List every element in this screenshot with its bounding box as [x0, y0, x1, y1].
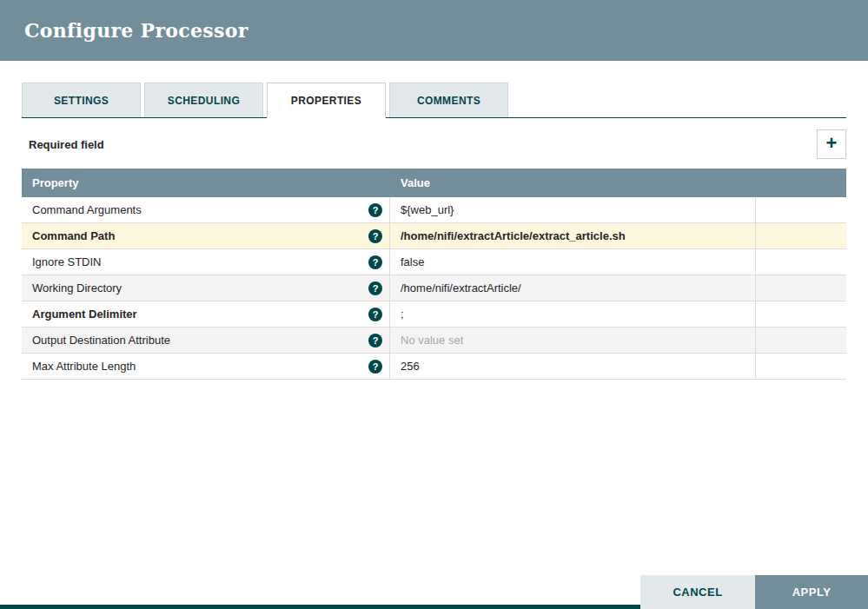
help-icon[interactable]: ?: [368, 281, 382, 295]
property-name: Output Destination Attribute: [32, 334, 170, 347]
property-cell: Working Directory ?: [22, 275, 390, 301]
column-header-value: Value: [390, 176, 756, 189]
value-cell[interactable]: ;: [390, 301, 756, 327]
value-cell[interactable]: ${web_url}: [390, 197, 756, 222]
table-row: Max Attribute Length ? 256: [22, 354, 846, 380]
properties-toolbar: Required field +: [22, 129, 846, 159]
property-name: Argument Delimiter: [32, 308, 137, 321]
actions-cell: [756, 301, 846, 327]
tab-settings[interactable]: SETTINGS: [22, 83, 141, 117]
footer-buttons: CANCEL APPLY: [640, 575, 868, 609]
value-cell[interactable]: false: [390, 249, 756, 275]
property-name: Command Arguments: [32, 203, 142, 216]
actions-cell: [756, 249, 846, 275]
property-cell: Max Attribute Length ?: [22, 354, 390, 379]
value-cell[interactable]: No value set: [390, 328, 756, 353]
cancel-button[interactable]: CANCEL: [640, 575, 755, 609]
property-cell: Command Path ?: [22, 223, 390, 248]
property-cell: Ignore STDIN ?: [22, 249, 390, 275]
plus-icon: +: [826, 134, 838, 153]
actions-cell: [756, 328, 846, 353]
help-icon[interactable]: ?: [368, 334, 382, 348]
tab-comments[interactable]: COMMENTS: [389, 83, 508, 117]
add-property-button[interactable]: +: [817, 129, 846, 159]
property-name: Ignore STDIN: [32, 255, 101, 268]
tab-properties[interactable]: PROPERTIES: [267, 83, 386, 118]
table-row: Command Arguments ? ${web_url}: [22, 197, 846, 223]
table-row: Argument Delimiter ? ;: [22, 301, 846, 328]
apply-button[interactable]: APPLY: [755, 575, 868, 609]
table-row: Output Destination Attribute ? No value …: [22, 328, 846, 354]
actions-cell: [756, 354, 846, 379]
dialog-header: Configure Processor: [0, 0, 868, 61]
help-icon[interactable]: ?: [368, 203, 382, 217]
column-header-property: Property: [22, 176, 390, 189]
tab-scheduling[interactable]: SCHEDULING: [144, 83, 263, 117]
value-cell[interactable]: /home/nifi/extractArticle/: [390, 275, 756, 301]
tab-bar: SETTINGS SCHEDULING PROPERTIES COMMENTS: [22, 83, 846, 118]
dialog-title: Configure Processor: [24, 19, 248, 42]
actions-cell: [756, 223, 846, 248]
dialog-content: SETTINGS SCHEDULING PROPERTIES COMMENTS …: [0, 83, 868, 380]
property-cell: Argument Delimiter ?: [22, 301, 390, 327]
value-cell[interactable]: 256: [390, 354, 756, 379]
actions-cell: [756, 275, 846, 301]
property-cell: Command Arguments ?: [22, 197, 390, 222]
property-name: Working Directory: [32, 281, 122, 295]
help-icon[interactable]: ?: [368, 308, 382, 321]
property-cell: Output Destination Attribute ?: [22, 328, 390, 353]
required-field-label: Required field: [22, 138, 104, 151]
table-body: Command Arguments ? ${web_url} Command P…: [22, 197, 846, 380]
property-name: Max Attribute Length: [32, 360, 136, 373]
help-icon[interactable]: ?: [368, 360, 382, 374]
value-cell[interactable]: /home/nifi/extractArticle/extract_articl…: [390, 223, 756, 248]
table-row: Working Directory ? /home/nifi/extractAr…: [22, 275, 846, 301]
table-row: Ignore STDIN ? false: [22, 249, 846, 275]
help-icon[interactable]: ?: [368, 255, 382, 269]
table-row: Command Path ? /home/nifi/extractArticle…: [22, 223, 846, 249]
property-name: Command Path: [32, 229, 115, 242]
help-icon[interactable]: ?: [368, 229, 382, 243]
actions-cell: [756, 197, 846, 222]
properties-table: Property Value Command Arguments ? ${web…: [22, 169, 846, 380]
table-header-row: Property Value: [22, 169, 846, 197]
